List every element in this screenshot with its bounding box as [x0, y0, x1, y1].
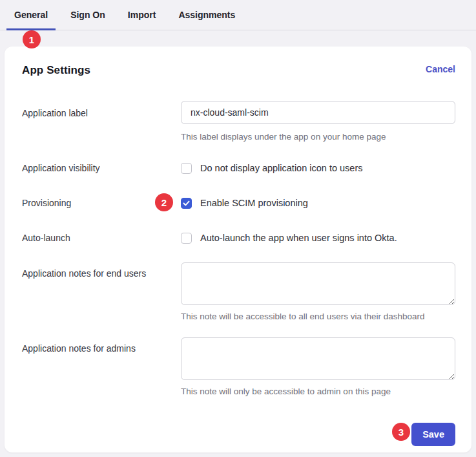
row-provisioning: Provisioning Enable SCIM provisioning — [22, 197, 455, 209]
card-header: App Settings Cancel — [22, 63, 455, 78]
application-label-input[interactable] — [181, 101, 455, 124]
row-application-label: Application label This label displays un… — [22, 101, 455, 142]
tab-assignments[interactable]: Assignments — [171, 0, 243, 30]
visibility-checkbox-label: Do not display application icon to users — [200, 162, 362, 174]
notes-admins-label: Application notes for admins — [22, 337, 181, 397]
row-notes-end-users: Application notes for end users This not… — [22, 262, 455, 322]
page-title: App Settings — [22, 63, 90, 78]
tab-import[interactable]: Import — [120, 0, 164, 30]
annotation-badge-1: 1 — [23, 30, 41, 48]
application-label-helper: This label displays under the app on you… — [181, 132, 455, 142]
annotation-badge-3: 3 — [392, 423, 410, 441]
tab-sign-on[interactable]: Sign On — [63, 0, 113, 30]
notes-end-users-label: Application notes for end users — [22, 262, 181, 322]
notes-admins-helper: This note will only be accessible to adm… — [181, 387, 455, 397]
application-visibility-label: Application visibility — [22, 162, 181, 174]
save-button[interactable]: Save — [411, 423, 455, 446]
notes-admins-textarea[interactable] — [181, 337, 455, 380]
scim-provisioning-checkbox[interactable] — [181, 198, 192, 209]
tab-general[interactable]: General — [6, 0, 56, 30]
checkmark-icon — [183, 200, 190, 206]
app-settings-card: App Settings Cancel Application label Th… — [5, 47, 471, 452]
scim-provisioning-checkbox-label: Enable SCIM provisioning — [200, 197, 308, 209]
row-notes-admins: Application notes for admins This note w… — [22, 337, 455, 397]
auto-launch-checkbox-label: Auto-launch the app when user signs into… — [200, 232, 397, 244]
row-application-visibility: Application visibility Do not display ap… — [22, 162, 455, 174]
notes-end-users-textarea[interactable] — [181, 262, 455, 305]
annotation-badge-2: 2 — [155, 193, 173, 211]
save-row: Save — [22, 423, 455, 446]
notes-end-users-helper: This note will be accessible to all end … — [181, 312, 455, 322]
auto-launch-label: Auto-launch — [22, 232, 181, 244]
tab-bar: General Sign On Import Assignments — [0, 0, 476, 30]
auto-launch-checkbox[interactable] — [181, 233, 192, 244]
row-auto-launch: Auto-launch Auto-launch the app when use… — [22, 232, 455, 244]
visibility-checkbox[interactable] — [181, 163, 192, 174]
cancel-link[interactable]: Cancel — [426, 63, 455, 75]
application-label-label: Application label — [22, 101, 181, 142]
